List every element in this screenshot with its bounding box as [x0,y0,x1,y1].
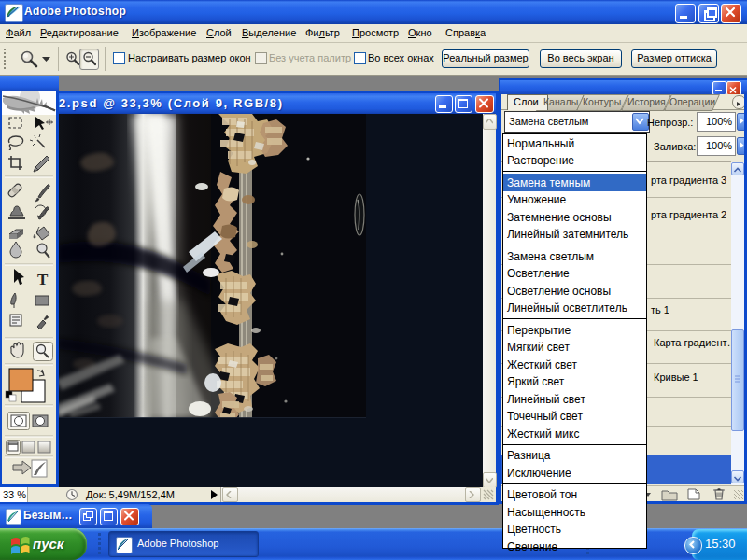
svg-text:T: T [37,271,49,288]
